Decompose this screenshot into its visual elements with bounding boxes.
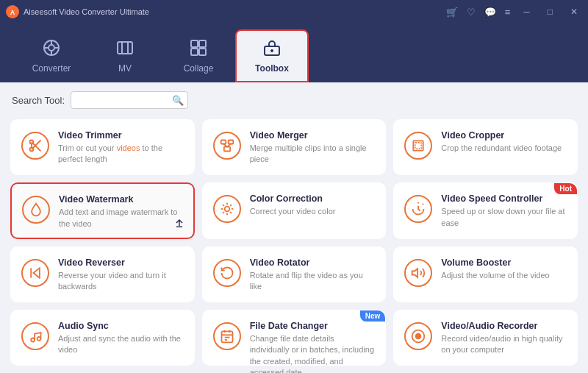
tool-desc-volume-booster: Adjust the volume of the video <box>441 270 567 281</box>
search-input[interactable] <box>71 91 188 109</box>
tool-info-volume-booster: Volume Booster Adjust the volume of the … <box>441 257 567 281</box>
tool-icon-video-merger <box>213 132 241 160</box>
minimize-button[interactable]: ─ <box>519 5 534 18</box>
tool-card-audio-sync[interactable]: Audio Sync Adjust and sync the audio wit… <box>10 310 195 366</box>
tool-icon-video-cropper <box>404 132 432 160</box>
tool-desc-video-reverser: Reverse your video and turn it backwards <box>58 270 184 293</box>
svg-point-32 <box>224 207 229 212</box>
titlebar: A Aiseesoft Video Converter Ultimate 🛒 ♡… <box>0 0 588 24</box>
toolbox-icon <box>263 39 281 60</box>
svg-rect-12 <box>199 40 206 47</box>
tool-name-color-correction: Color Correction <box>250 193 376 204</box>
tool-info-video-trimmer: Video Trimmer Trim or cut your videos to… <box>58 130 184 166</box>
collage-label: Collage <box>184 63 214 74</box>
tool-card-volume-booster[interactable]: Volume Booster Adjust the volume of the … <box>393 246 578 302</box>
titlebar-left: A Aiseesoft Video Converter Ultimate <box>6 5 149 18</box>
tool-info-video-watermark: Video Watermark Add text and image water… <box>59 194 183 230</box>
tool-name-video-audio-recorder: Video/Audio Recorder <box>441 321 567 331</box>
tool-name-file-date-changer: File Date Changer <box>250 321 376 331</box>
cart-icon[interactable]: 🛒 <box>446 7 458 18</box>
tool-desc-video-audio-recorder: Record video/audio in high quality on yo… <box>441 333 567 356</box>
tool-card-video-reverser[interactable]: Video Reverser Reverse your video and tu… <box>10 246 195 302</box>
tool-name-video-cropper: Video Cropper <box>441 130 567 141</box>
search-label: Search Tool: <box>12 95 65 106</box>
tool-info-video-reverser: Video Reverser Reverse your video and tu… <box>58 257 184 293</box>
tool-icon-file-date-changer <box>213 322 241 350</box>
tab-mv[interactable]: MV <box>88 29 162 82</box>
tool-card-video-cropper[interactable]: Video Cropper Crop the redundant video f… <box>393 119 578 175</box>
svg-line-38 <box>230 212 232 213</box>
menu-icon[interactable]: ≡ <box>505 7 511 18</box>
tool-icon-video-speed-controller <box>404 195 432 223</box>
tool-desc-video-trimmer: Trim or cut your videos to the perfect l… <box>58 143 184 166</box>
tool-card-video-speed-controller[interactable]: Hot Video Speed Controller Speed up or s… <box>393 182 578 238</box>
new-badge: New <box>360 310 386 322</box>
upload-icon <box>174 218 184 230</box>
tool-card-video-watermark[interactable]: Video Watermark Add text and image water… <box>10 182 195 238</box>
tool-desc-color-correction: Correct your video color <box>250 206 376 217</box>
tab-toolbox[interactable]: Toolbox <box>235 29 309 82</box>
converter-icon <box>43 39 60 60</box>
tool-desc-audio-sync: Adjust and sync the audio with the video <box>58 333 184 356</box>
tool-card-video-audio-recorder[interactable]: Video/Audio Recorder Record video/audio … <box>393 310 578 366</box>
hot-badge: Hot <box>554 183 577 194</box>
svg-rect-8 <box>118 42 132 54</box>
tool-name-audio-sync: Audio Sync <box>58 321 184 331</box>
mv-label: MV <box>118 63 132 74</box>
tool-info-video-rotator: Video Rotator Rotate and flip the video … <box>250 257 376 293</box>
tool-info-color-correction: Color Correction Correct your video colo… <box>250 193 376 217</box>
heart-icon[interactable]: ♡ <box>467 7 476 18</box>
svg-rect-14 <box>199 49 206 55</box>
tool-card-color-correction[interactable]: Color Correction Correct your video colo… <box>202 182 387 238</box>
mv-icon <box>116 39 134 60</box>
tool-card-file-date-changer[interactable]: New File Date Changer Change file date d… <box>202 310 387 366</box>
tool-card-video-trimmer[interactable]: Video Trimmer Trim or cut your videos to… <box>10 119 195 175</box>
svg-rect-11 <box>191 40 198 47</box>
tool-name-video-merger: Video Merger <box>250 130 376 141</box>
titlebar-controls: 🛒 ♡ 💬 ≡ ─ □ ✕ <box>446 5 582 18</box>
svg-marker-45 <box>412 269 418 277</box>
svg-rect-13 <box>191 49 198 55</box>
tool-icon-audio-sync <box>21 322 49 350</box>
tab-converter[interactable]: Converter <box>15 29 88 82</box>
svg-point-3 <box>49 45 54 51</box>
navbar: Converter MV Collage <box>0 24 588 82</box>
svg-line-37 <box>223 205 224 206</box>
svg-marker-43 <box>34 268 40 277</box>
tool-name-video-watermark: Video Watermark <box>59 194 183 205</box>
tool-name-video-speed-controller: Video Speed Controller <box>441 193 567 204</box>
tool-name-video-reverser: Video Reverser <box>58 257 184 268</box>
search-input-wrap: 🔍 <box>71 91 188 109</box>
app-title: Aiseesoft Video Converter Ultimate <box>24 7 149 16</box>
tool-info-video-audio-recorder: Video/Audio Recorder Record video/audio … <box>441 321 567 356</box>
svg-point-55 <box>416 333 421 338</box>
tool-info-audio-sync: Audio Sync Adjust and sync the audio wit… <box>58 321 184 356</box>
tool-card-video-merger[interactable]: Video Merger Merge multiple clips into a… <box>202 119 387 175</box>
nav-tabs: Converter MV Collage <box>15 29 309 82</box>
svg-rect-24 <box>228 141 233 144</box>
svg-rect-23 <box>220 141 226 144</box>
close-button[interactable]: ✕ <box>566 5 582 18</box>
svg-rect-25 <box>223 147 229 152</box>
tool-name-volume-booster: Volume Booster <box>441 257 567 268</box>
tool-desc-file-date-changer: Change file date details individually or… <box>250 333 376 373</box>
app-logo: A <box>6 5 19 18</box>
search-bar: Search Tool: 🔍 <box>0 82 588 115</box>
toolbox-label: Toolbox <box>255 63 289 74</box>
tool-icon-video-trimmer <box>21 132 49 160</box>
tool-grid: Video Trimmer Trim or cut your videos to… <box>0 115 588 373</box>
tool-icon-video-watermark <box>22 196 50 224</box>
svg-line-40 <box>230 205 232 206</box>
svg-line-39 <box>223 212 224 213</box>
tool-icon-video-audio-recorder <box>404 322 432 350</box>
maximize-button[interactable]: □ <box>543 5 557 18</box>
tool-desc-video-cropper: Crop the redundant video footage <box>441 143 567 154</box>
svg-line-42 <box>423 204 423 205</box>
tab-collage[interactable]: Collage <box>162 29 235 82</box>
tool-card-video-rotator[interactable]: Video Rotator Rotate and flip the video … <box>202 246 387 302</box>
tool-icon-video-reverser <box>21 259 49 287</box>
chat-icon[interactable]: 💬 <box>484 7 496 18</box>
svg-rect-29 <box>415 143 421 149</box>
tool-info-video-cropper: Video Cropper Crop the redundant video f… <box>441 130 567 154</box>
content-area: Search Tool: 🔍 Video Trimmer Trim or cut… <box>0 82 588 373</box>
